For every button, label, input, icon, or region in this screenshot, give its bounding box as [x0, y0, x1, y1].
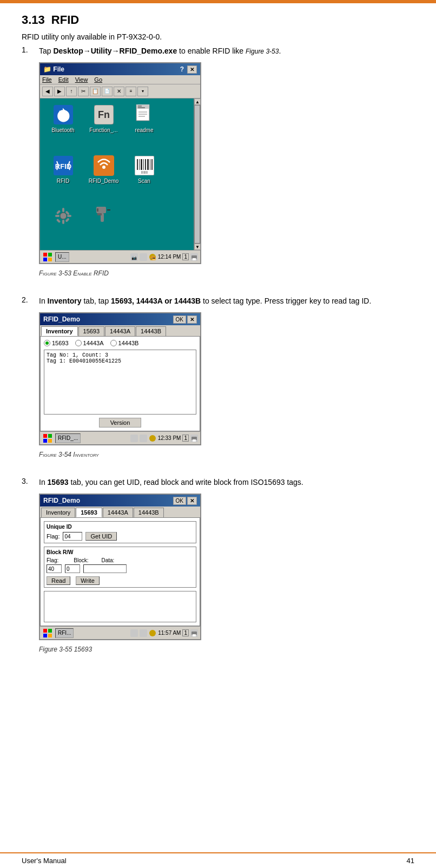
step-text-2: In Inventory tab, tap 15693, 14443A or 1… [39, 295, 414, 307]
tag-output-line-2: Tag 1: E004010055E41225 [47, 358, 194, 364]
block-input[interactable] [65, 564, 80, 573]
taskbar-1: U... 📷 📻 12:14 PM 1 [40, 250, 200, 263]
taskbar-program-1[interactable]: U... [55, 252, 69, 262]
start-button-2[interactable] [42, 433, 53, 443]
tab-inventory-15693page[interactable]: Inventory [41, 508, 75, 517]
block-inputs [47, 564, 194, 573]
taskbar-program-2[interactable]: RFID_... [55, 433, 81, 443]
svg-rect-34 [65, 218, 69, 222]
desktop-icon-readme[interactable]: readme [127, 104, 162, 149]
step-number-1: 1. [22, 45, 35, 288]
tab-14443a-15693page[interactable]: 14443A [103, 508, 133, 517]
svg-rect-63 [193, 439, 196, 442]
tab-15693[interactable]: 15693 [78, 326, 105, 336]
start-button-1[interactable] [42, 252, 53, 262]
footer-right: 41 [407, 857, 414, 865]
rfid-demo-titlebar-inventory: RFID_Demo OK ✕ [40, 313, 200, 325]
radio-label-15693: 15693 [52, 340, 69, 346]
taskbar-icon-3: 📻 [149, 253, 156, 261]
svg-rect-47 [140, 253, 147, 261]
toolbar-back[interactable]: ◀ [42, 87, 53, 96]
radio-14443b[interactable]: 14443B [110, 340, 139, 346]
rfid-demo-icon [93, 155, 115, 176]
desktop-icon-settings[interactable] [45, 205, 81, 245]
desktop-icon-rfid[interactable]: RFID RFID [45, 155, 81, 200]
version-button[interactable]: Version [99, 418, 142, 428]
step-3: 3. In 15693 tab, you can get UID, read b… [22, 477, 414, 664]
svg-rect-57 [48, 439, 52, 443]
toolbar-views2[interactable]: ▾ [137, 87, 148, 96]
titlebar-title-1: 📁 File [43, 65, 64, 73]
desktop-icon-bluetooth[interactable]: ⬤ ℞ Bluetooth [45, 104, 81, 149]
scroll-down[interactable]: ▼ [194, 244, 201, 250]
read-button[interactable]: Read [47, 576, 70, 585]
menu-view[interactable]: View [75, 76, 88, 83]
taskbar-clock-2: 12:33 PM [158, 435, 181, 441]
svg-rect-54 [43, 434, 47, 438]
radio-15693[interactable]: 15693 [44, 340, 69, 346]
tab-14443a[interactable]: 14443A [105, 326, 135, 336]
bluetooth-icon: ⬤ ℞ [52, 104, 74, 126]
footer-left: User's Manual [22, 857, 67, 865]
desktop-icon-rfid-demo[interactable]: RFID_Demo [86, 155, 121, 200]
svg-rect-66 [48, 629, 52, 633]
radio-normal-14443b [110, 340, 117, 346]
desktop-icon-function[interactable]: Fn Function_... [86, 104, 121, 149]
block-buttons: Read Write [47, 576, 194, 585]
get-uid-button[interactable]: Get UID [85, 532, 117, 541]
scroll-up[interactable]: ▲ [194, 98, 201, 105]
desktop-scrollbar[interactable]: ▲ ▼ [194, 98, 200, 250]
svg-rect-24 [151, 159, 153, 170]
close-button-15693[interactable]: ✕ [187, 497, 197, 505]
write-button[interactable]: Write [76, 576, 99, 585]
titlebar-question-icon[interactable]: ? [180, 65, 184, 73]
start-button-3[interactable] [42, 628, 53, 638]
svg-point-26 [60, 213, 67, 219]
radio-14443a[interactable]: 14443A [75, 340, 104, 346]
toolbar-cut[interactable]: ✂ [78, 87, 89, 96]
step-number-3: 3. [22, 477, 35, 664]
menu-go[interactable]: Go [94, 76, 102, 83]
menu-edit[interactable]: Edit [58, 76, 69, 83]
gun-icon [93, 205, 115, 227]
toolbar-paste[interactable]: 📄 [102, 87, 113, 96]
close-button-1[interactable]: ✕ [187, 65, 197, 74]
taskbar-icon-2c [149, 435, 156, 442]
svg-rect-29 [55, 215, 60, 217]
ok-button-15693[interactable]: OK [173, 497, 186, 505]
svg-rect-56 [43, 439, 47, 443]
svg-rect-59 [140, 435, 147, 442]
flag-input-uid[interactable] [63, 532, 82, 541]
figure-54-caption: Figure 3-54 Inventory [39, 451, 414, 458]
flag-input-block[interactable] [47, 564, 62, 573]
menu-file[interactable]: File [42, 76, 52, 83]
toolbar-copy[interactable]: 📋 [90, 87, 101, 96]
toolbar-delete[interactable]: ✕ [114, 87, 124, 96]
scroll-thumb[interactable] [194, 105, 200, 244]
section-number: 3.13 [22, 13, 45, 27]
readme-icon [134, 104, 155, 126]
toolbar-forward[interactable]: ▶ [54, 87, 65, 96]
svg-rect-65 [43, 629, 47, 633]
tab-15693-active[interactable]: 15693 [76, 508, 102, 517]
svg-rect-27 [62, 208, 64, 212]
taskbar-icon-3a [130, 629, 138, 637]
tab-14443b-15693page[interactable]: 14443B [134, 508, 164, 517]
tab-inventory[interactable]: Inventory [41, 326, 78, 336]
block-rw-label: Block R/W [47, 549, 194, 555]
desktop-icon-scan[interactable]: |||||||| Scan [127, 155, 162, 200]
svg-rect-30 [67, 215, 71, 217]
desktop-icon-gun[interactable] [86, 205, 121, 245]
tab-14443b[interactable]: 14443B [136, 326, 166, 336]
radio-label-14443b: 14443B [118, 340, 139, 346]
toolbar-up[interactable]: ↑ [66, 87, 77, 96]
svg-rect-38 [97, 208, 98, 212]
ok-button-inventory[interactable]: OK [173, 315, 186, 324]
close-button-inventory[interactable]: ✕ [187, 315, 197, 324]
step2-bold2: 15693, 14443A or 14443B [111, 297, 201, 305]
rfid-label: RFID [57, 178, 69, 184]
toolbar-views[interactable]: ≡ [125, 87, 136, 96]
taskbar-program-3[interactable]: RFI... [55, 628, 74, 638]
data-input[interactable] [83, 564, 127, 573]
svg-text:||||||||: |||||||| [141, 170, 148, 174]
